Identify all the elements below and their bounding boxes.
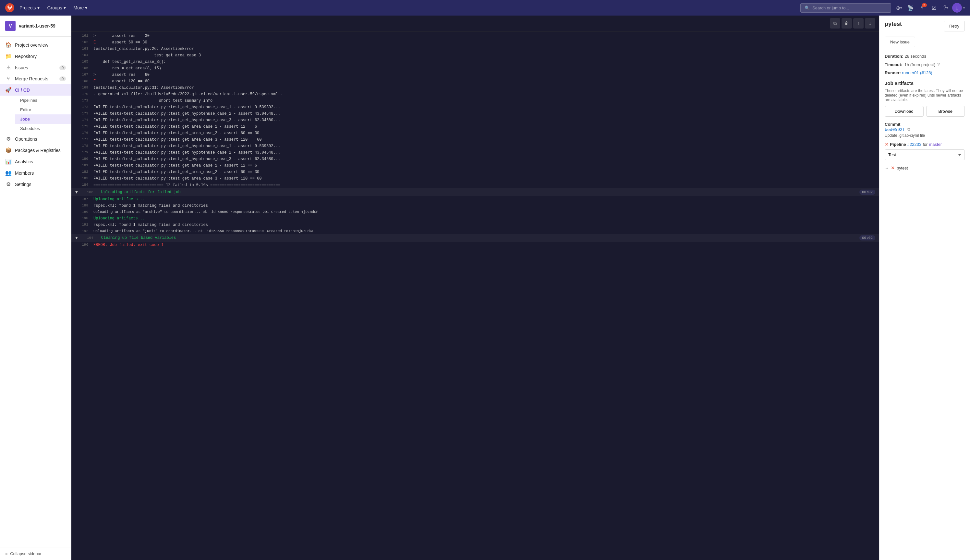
- sidebar-item-jobs[interactable]: Jobs: [15, 114, 71, 124]
- operations-icon: ⚙: [5, 136, 12, 142]
- commit-hash-link[interactable]: bed0592f: [885, 127, 905, 132]
- log-line: 174 FAILED tests/test_calculator.py::tes…: [71, 117, 879, 123]
- current-job-fail-icon: ✕: [891, 165, 895, 170]
- search-bar[interactable]: 🔍 Search or jump to...: [800, 3, 891, 13]
- content-area: ⧉ 🗑 ↑ ↓ 161 > assert res == 30 162 E ass…: [71, 15, 970, 560]
- pipeline-fail-icon: ✕: [885, 142, 888, 147]
- create-new-button[interactable]: ⊕ ▾: [894, 3, 904, 13]
- log-line: 172 FAILED tests/test_calculator.py::tes…: [71, 104, 879, 110]
- project-avatar: V: [5, 21, 15, 31]
- log-line: 181 FAILED tests/test_calculator.py::tes…: [71, 162, 879, 169]
- log-line: 179 FAILED tests/test_calculator.py::tes…: [71, 149, 879, 156]
- members-icon: 👥: [5, 170, 12, 176]
- log-line: 176 FAILED tests/test_calculator.py::tes…: [71, 130, 879, 137]
- log-line: 171 =========================== short te…: [71, 98, 879, 104]
- runner-row: Runner: runner01 (#128): [885, 70, 965, 75]
- log-line: 178 FAILED tests/test_calculator.py::tes…: [71, 143, 879, 149]
- new-issue-button[interactable]: New issue: [885, 37, 915, 47]
- log-line: 162 E assert 60 == 30: [71, 39, 879, 46]
- log-line: 173 FAILED tests/test_calculator.py::tes…: [71, 110, 879, 117]
- top-nav-actions: ⊕ ▾ 📡 ⑂ 5 ☑ ? ▾ U ▾: [894, 3, 965, 13]
- issues-icon: ⚠: [5, 65, 12, 71]
- todos-button[interactable]: ☑: [929, 3, 939, 13]
- help-button[interactable]: ? ▾: [940, 3, 951, 13]
- sidebar-item-repository[interactable]: 📁 Repository: [0, 50, 71, 62]
- log-section-cleanup[interactable]: ▼ 194 Cleaning up file based variables 0…: [71, 234, 879, 242]
- stage-select[interactable]: Test: [885, 149, 965, 160]
- download-artifacts-button[interactable]: Download: [885, 106, 923, 117]
- copy-log-button[interactable]: ⧉: [830, 18, 840, 28]
- sidebar-item-pipelines[interactable]: Pipelines: [15, 96, 71, 105]
- activity-button[interactable]: 📡: [905, 3, 916, 13]
- home-icon: 🏠: [5, 42, 12, 48]
- panel-header: pytest Retry: [885, 21, 965, 32]
- log-line: 166 res = get_area(8, 15): [71, 65, 879, 72]
- log-line: 161 > assert res == 30: [71, 33, 879, 39]
- top-navbar: Projects ▾ Groups ▾ More ▾ 🔍 Search or j…: [0, 0, 970, 15]
- project-name: variant-1-user-59: [19, 23, 55, 28]
- erase-log-button[interactable]: 🗑: [841, 18, 852, 28]
- sidebar-item-schedules[interactable]: Schedules: [15, 124, 71, 133]
- runner-link[interactable]: runner01 (#128): [902, 70, 932, 75]
- sidebar-item-project-overview[interactable]: 🏠 Project overview: [0, 39, 71, 50]
- copy-commit-icon[interactable]: ⧉: [907, 127, 910, 132]
- log-line: 184 ============================== 12 fa…: [71, 182, 879, 188]
- log-line: 192 Uploading artifacts as "junit" to co…: [71, 228, 879, 234]
- job-log[interactable]: ⧉ 🗑 ↑ ↓ 161 > assert res == 30 162 E ass…: [71, 15, 879, 560]
- commit-section: Commit bed0592f ⧉ Update .gitlab-ciyml f…: [885, 122, 965, 138]
- duration-row: Duration: 28 seconds: [885, 54, 965, 59]
- log-line: 167 > assert res == 60: [71, 72, 879, 78]
- more-menu[interactable]: More ▾: [71, 4, 90, 12]
- log-line: 177 FAILED tests/test_calculator.py::tes…: [71, 137, 879, 143]
- sidebar-item-analytics[interactable]: 📊 Analytics: [0, 156, 71, 167]
- groups-menu[interactable]: Groups ▾: [45, 4, 69, 12]
- right-panel: pytest Retry New issue Duration: 28 seco…: [879, 15, 970, 560]
- repository-icon: 📁: [5, 53, 12, 59]
- timeout-help-icon[interactable]: ?: [937, 62, 940, 67]
- timeout-row: Timeout: 1h (from project) ?: [885, 62, 965, 67]
- broadcast-icon: 📡: [907, 5, 914, 11]
- sidebar-item-members[interactable]: 👥 Members: [0, 167, 71, 178]
- projects-menu[interactable]: Projects ▾: [17, 4, 42, 12]
- current-job-row: → ✕ pytest: [885, 165, 965, 170]
- log-toolbar: ⧉ 🗑 ↑ ↓: [71, 15, 879, 32]
- plus-icon: ⊕: [896, 5, 900, 11]
- retry-button[interactable]: Retry: [944, 21, 965, 32]
- sidebar-item-settings[interactable]: ⚙ Settings: [0, 178, 71, 190]
- sidebar-item-cicd[interactable]: 🚀 CI / CD: [0, 84, 71, 96]
- sidebar-item-merge-requests[interactable]: ⑂ Merge Requests 0: [0, 73, 71, 84]
- analytics-icon: 📊: [5, 158, 12, 165]
- log-line: 170 - generated xml file: /builds/iu5edu…: [71, 91, 879, 98]
- log-line: 190 Uploading artifacts...: [71, 215, 879, 222]
- log-line: 175 FAILED tests/test_calculator.py::tes…: [71, 123, 879, 130]
- artifacts-description: These artifacts are the latest. They wil…: [885, 88, 965, 102]
- scroll-bottom-button[interactable]: ↓: [865, 18, 875, 28]
- sidebar-item-editor[interactable]: Editor: [15, 105, 71, 114]
- sidebar-project-header: V variant-1-user-59: [0, 15, 71, 37]
- log-line: 182 FAILED tests/test_calculator.py::tes…: [71, 169, 879, 175]
- section-title-artifacts: Uploading artifacts for failed job: [101, 190, 181, 195]
- merge-requests-button[interactable]: ⑂ 5: [917, 3, 928, 13]
- section-time-cleanup: 00:02: [860, 235, 875, 240]
- settings-icon: ⚙: [5, 181, 12, 187]
- section-title-cleanup: Cleaning up file based variables: [101, 236, 176, 240]
- log-line: 189 Uploading artifacts as "archive" to …: [71, 209, 879, 215]
- commit-message: Update .gitlab-ciyml file: [885, 133, 965, 138]
- merge-requests-badge: 5: [922, 3, 927, 7]
- sidebar-item-packages[interactable]: 📦 Packages & Registries: [0, 145, 71, 156]
- log-line: 165 def test_get_area_case_3():: [71, 59, 879, 65]
- artifact-buttons: Download Browse: [885, 106, 965, 117]
- log-line: 164 _________________________ test_get_a…: [71, 52, 879, 59]
- gitlab-logo[interactable]: [5, 3, 14, 12]
- scroll-top-button[interactable]: ↑: [853, 18, 864, 28]
- sidebar: V variant-1-user-59 🏠 Project overview 📁…: [0, 15, 71, 560]
- user-avatar[interactable]: U: [952, 3, 962, 13]
- chevron-left-icon: «: [5, 551, 7, 556]
- sidebar-item-operations[interactable]: ⚙ Operations: [0, 133, 71, 145]
- log-section-artifacts[interactable]: ▼ 186 Uploading artifacts for failed job…: [71, 188, 879, 196]
- arrow-right-icon: →: [885, 166, 889, 170]
- collapse-sidebar-button[interactable]: « Collapse sidebar: [0, 547, 71, 560]
- browse-artifacts-button[interactable]: Browse: [926, 106, 965, 117]
- pipeline-link[interactable]: #22233: [907, 142, 922, 147]
- sidebar-item-issues[interactable]: ⚠ Issues 0: [0, 62, 71, 73]
